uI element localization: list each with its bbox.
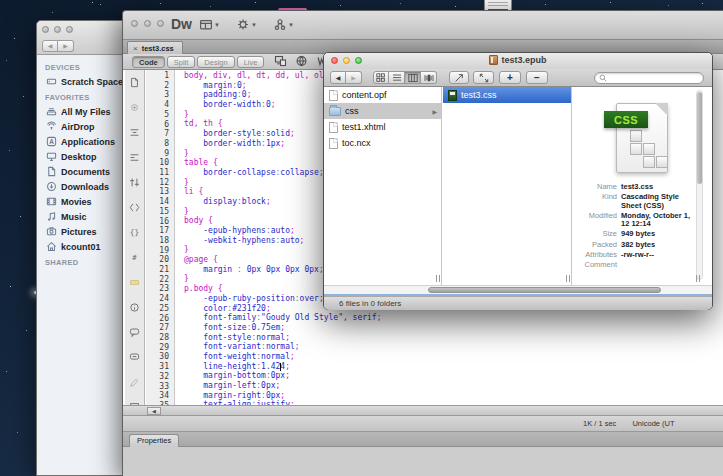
code-line[interactable]: margin-bottom:0px; (176, 371, 723, 381)
expand-all-icon[interactable] (129, 174, 140, 192)
apply-comment-icon[interactable] (129, 324, 140, 342)
column-resize-handle[interactable] (696, 275, 700, 282)
desktop: ◀ ▶ DEVICESScratch SpaceFAVORITESAll My … (0, 0, 723, 476)
info-value: test3.css (621, 183, 695, 192)
gear-button[interactable]: ▼ (236, 18, 257, 31)
search-icon (599, 74, 607, 82)
share-button[interactable] (449, 71, 469, 84)
tab-test3-css[interactable]: × test3.css (127, 41, 183, 54)
preview-info-row: Attributes-rw-rw-r-- (579, 251, 699, 260)
highlight-invalid-code-icon[interactable] (129, 274, 140, 292)
code-line[interactable]: font-variant:normal; (176, 342, 723, 352)
preview-info-row: ModifiedMonday, October 1, 12 12:14 (579, 212, 699, 229)
close-tab-icon[interactable]: × (133, 44, 138, 53)
coverflow-view-button[interactable] (421, 71, 437, 84)
multiscreen-preview-button[interactable] (274, 53, 287, 71)
search-field[interactable] (594, 72, 704, 84)
code-line[interactable]: font-size:0.75em; (176, 323, 723, 333)
remove-button[interactable]: − (526, 71, 548, 84)
dreamweaver-titlebar[interactable]: Dw ▼▼▼ (123, 11, 723, 39)
back-button[interactable]: ◀ (42, 40, 58, 52)
live-view-button[interactable]: Live (237, 56, 265, 68)
balance-braces-icon[interactable]: {} (129, 224, 140, 242)
multiscreen-preview-icon (274, 55, 287, 67)
open-documents-icon[interactable] (129, 74, 140, 92)
pictures-icon (46, 226, 57, 237)
file-row-content-opf[interactable]: content.opf (324, 87, 441, 103)
file-row-css[interactable]: css▶ (324, 103, 441, 119)
add-icon: + (507, 73, 513, 83)
info-label: Modified (579, 212, 621, 229)
column-view-icon (408, 73, 418, 83)
dreamweaver-status-bar: 1K / 1 sec Unicode (UT (123, 416, 723, 432)
edit-icon[interactable] (129, 374, 140, 392)
close-button[interactable] (131, 20, 138, 27)
file-row-test1-xhtml[interactable]: test1.xhtml (324, 119, 441, 135)
add-button[interactable]: + (499, 71, 521, 84)
collapse-selection-icon[interactable] (129, 149, 140, 167)
minimize-button[interactable] (144, 20, 151, 27)
list-view-icon (392, 73, 402, 83)
forward-icon: ▶ (351, 74, 356, 81)
sidebar-item-label: Scratch Space (61, 77, 123, 87)
file-row-test3-css[interactable]: test3.css (443, 87, 571, 103)
coverflow-view-icon (424, 73, 434, 83)
preview-scrollbar[interactable] (696, 90, 703, 280)
code-line[interactable]: font-weight:normal; (176, 352, 723, 362)
split-view-button[interactable]: Split (167, 56, 196, 68)
code-navigator-icon[interactable] (129, 99, 140, 117)
epub-titlebar[interactable]: test3.epub (324, 53, 712, 69)
design-view-button[interactable]: Design (197, 56, 234, 68)
column-resize-handle[interactable] (566, 275, 570, 282)
column-resize-handle[interactable] (436, 275, 440, 282)
site-button[interactable]: ▼ (273, 18, 294, 31)
columns-horizontal-scrollbar[interactable] (324, 285, 712, 294)
collapse-full-tag-icon[interactable] (129, 124, 140, 142)
minimize-button[interactable] (54, 26, 61, 33)
chevron-right-icon: ▶ (432, 108, 437, 115)
info-value: Monday, October 1, 12 12:14 (621, 212, 695, 229)
icon-view-icon (376, 73, 386, 83)
preview-in-browser-button[interactable] (295, 53, 308, 71)
column-view-button[interactable] (405, 71, 421, 84)
code-line[interactable]: margin-left:0px; (176, 381, 723, 391)
list-view-button[interactable] (389, 71, 405, 84)
code-view-button[interactable]: Code (132, 56, 165, 68)
back-button[interactable]: ◀ (330, 71, 346, 84)
tab-properties[interactable]: Properties (129, 434, 179, 447)
file-icon (329, 122, 338, 133)
css-banner-label: CSS (614, 114, 638, 126)
coding-toolbar: {}# (125, 70, 145, 405)
code-line[interactable]: margin-right:0px; (176, 391, 723, 401)
icon-view-button[interactable] (373, 71, 389, 84)
line-numbers-icon[interactable]: # (129, 249, 140, 267)
forward-button[interactable]: ▶ (58, 40, 74, 52)
info-label: Kind (579, 193, 621, 210)
code-line[interactable]: font-family:"Goudy Old Style", serif; (176, 313, 723, 323)
sidebar-item-label: kcount01 (61, 242, 101, 252)
forward-button[interactable]: ▶ (346, 71, 362, 84)
code-line[interactable]: font-style:normal; (176, 333, 723, 343)
epub-toolbar: ◀ ▶ + − (324, 69, 712, 87)
file-row-toc-ncx[interactable]: toc.ncx (324, 135, 441, 151)
zoom-button[interactable] (157, 20, 164, 27)
fullscreen-button[interactable] (473, 71, 494, 84)
select-parent-tag-icon[interactable] (129, 199, 140, 217)
info-icon[interactable] (129, 299, 140, 317)
column-2: test3.css (443, 87, 572, 285)
preview-column: CSS Nametest3.cssKindCascading Style She… (573, 87, 705, 285)
css-file-icon (448, 90, 457, 101)
remove-comment-icon[interactable] (129, 349, 140, 367)
search-input[interactable] (607, 74, 697, 83)
file-icon (329, 90, 338, 101)
workspace-switcher-button[interactable]: ▼ (199, 18, 220, 31)
close-button[interactable] (42, 26, 49, 33)
preview-info-row: KindCascading Style Sheet (CSS) (579, 193, 699, 210)
scrollbar-thumb[interactable] (428, 287, 661, 293)
info-value (621, 261, 695, 270)
zoom-button[interactable] (66, 26, 73, 33)
document-encoding: Unicode (UT (632, 419, 674, 428)
scroll-left-icon[interactable]: ◀ (147, 407, 161, 415)
code-horizontal-scrollbar[interactable]: ◀ (123, 405, 723, 416)
code-line[interactable]: line-height:1.424; (176, 362, 723, 372)
